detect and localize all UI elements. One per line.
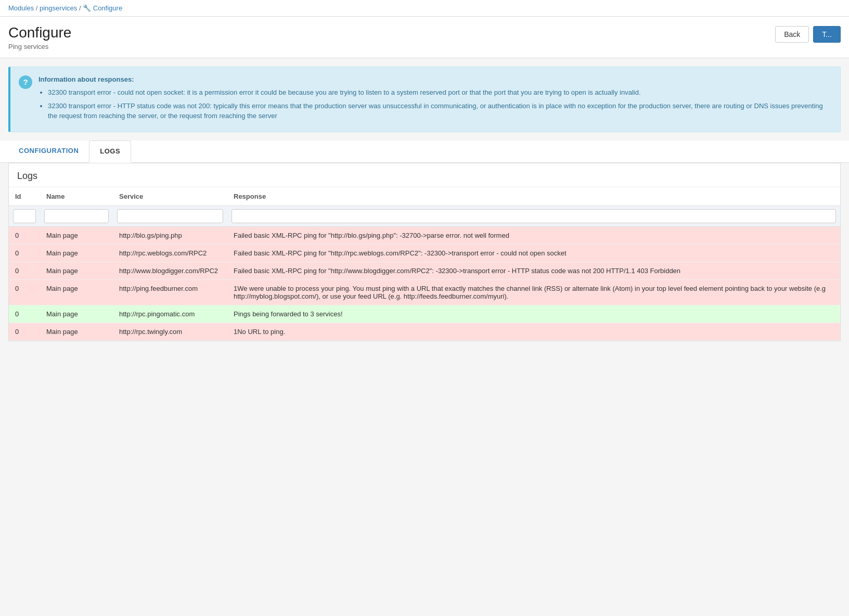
page-header-right: Back T... [775,26,841,43]
breadcrumb-wrench-icon: 🔧 [83,4,91,12]
info-box-item-2: 32300 transport error - HTTP status code… [48,101,832,121]
cell-service: http://blo.gs/ping.php [113,226,227,244]
tab-logs[interactable]: LOGS [89,140,131,163]
filter-input-service[interactable] [117,209,223,223]
filter-cell-name [40,206,113,226]
logs-table: Id Name Service Response [9,187,840,341]
page-header: Configure Ping services Back T... [0,17,849,58]
table-row: 0Main pagehttp://rpc.pingomatic.comPings… [9,305,840,323]
content-area: Logs Id Name Service Response [0,163,849,350]
filter-input-name[interactable] [44,209,109,223]
filter-row [9,206,840,226]
back-button[interactable]: Back [775,26,809,43]
table-row: 0Main pagehttp://blo.gs/ping.phpFailed b… [9,226,840,244]
table-header-row: Id Name Service Response [9,187,840,206]
info-box-content: Information about responses: 32300 trans… [38,74,832,124]
cell-id: 0 [9,226,40,244]
test-button[interactable]: T... [813,26,841,43]
cell-response: Pings being forwarded to 3 services! [227,305,840,323]
tab-configuration[interactable]: CONFIGURATION [8,140,89,162]
info-box: ? Information about responses: 32300 tra… [8,67,841,132]
cell-service: http://rpc.twingly.com [113,323,227,340]
cell-name: Main page [40,226,113,244]
cell-service: http://ping.feedburner.com [113,279,227,305]
info-box-list: 32300 transport error - could not open s… [38,87,832,121]
cell-id: 0 [9,262,40,279]
filter-input-id[interactable] [13,209,36,223]
cell-id: 0 [9,305,40,323]
breadcrumb-pingservices[interactable]: pingservices [40,4,77,12]
breadcrumb-configure[interactable]: Configure [93,4,122,12]
col-header-name: Name [40,187,113,206]
col-header-response: Response [227,187,840,206]
table-row: 0Main pagehttp://rpc.twingly.com1No URL … [9,323,840,340]
cell-id: 0 [9,279,40,305]
cell-id: 0 [9,244,40,262]
cell-name: Main page [40,305,113,323]
cell-response: 1No URL to ping. [227,323,840,340]
logs-title: Logs [9,163,840,187]
cell-service: http://rpc.pingomatic.com [113,305,227,323]
breadcrumb-modules[interactable]: Modules [8,4,34,12]
page-header-left: Configure Ping services [8,24,71,50]
table-row: 0Main pagehttp://ping.feedburner.com1We … [9,279,840,305]
cell-name: Main page [40,244,113,262]
filter-cell-response [227,206,840,226]
col-header-service: Service [113,187,227,206]
info-box-title: Information about responses: [38,74,832,85]
cell-response: Failed basic XML-RPC ping for "http://ww… [227,262,840,279]
page-title: Configure [8,24,71,42]
cell-response: Failed basic XML-RPC ping for "http://rp… [227,244,840,262]
info-icon: ? [19,75,32,89]
filter-cell-service [113,206,227,226]
cell-name: Main page [40,323,113,340]
cell-response: 1We were unable to process your ping. Yo… [227,279,840,305]
logs-tbody: 0Main pagehttp://blo.gs/ping.phpFailed b… [9,226,840,340]
cell-name: Main page [40,279,113,305]
table-row: 0Main pagehttp://www.blogdigger.com/RPC2… [9,262,840,279]
table-row: 0Main pagehttp://rpc.weblogs.com/RPC2Fai… [9,244,840,262]
breadcrumb: Modules / pingservices / 🔧 Configure [0,0,849,17]
filter-cell-id [9,206,40,226]
cell-name: Main page [40,262,113,279]
page-subtitle: Ping services [8,43,71,50]
cell-service: http://rpc.weblogs.com/RPC2 [113,244,227,262]
cell-id: 0 [9,323,40,340]
logs-section: Logs Id Name Service Response [8,163,841,341]
cell-response: Failed basic XML-RPC ping for "http://bl… [227,226,840,244]
info-box-item-1: 32300 transport error - could not open s… [48,87,832,98]
cell-service: http://www.blogdigger.com/RPC2 [113,262,227,279]
filter-input-response[interactable] [231,209,836,223]
col-header-id: Id [9,187,40,206]
tabs-bar: CONFIGURATION LOGS [0,140,849,163]
